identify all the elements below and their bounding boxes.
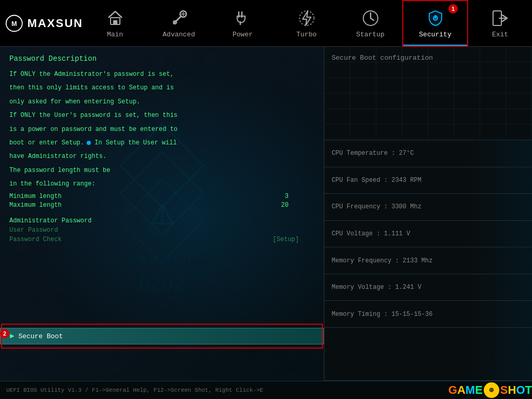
admin-password-item[interactable]: Administrator Password xyxy=(9,217,315,224)
secure-boot-arrow-icon: ► xyxy=(10,332,14,340)
exit-icon xyxy=(490,8,511,29)
nav-item-main[interactable]: Main xyxy=(83,0,147,47)
password-description: If ONLY the Administrator's password is … xyxy=(9,69,315,190)
min-length-label: Minimum length xyxy=(9,193,62,200)
nav-label-exit: Exit xyxy=(492,31,508,38)
info-row-cpu-fan: CPU Fan Speed : 2343 RPM xyxy=(324,167,532,194)
info-row-cpu-volt: CPU Voltage : 1.111 V xyxy=(324,221,532,248)
svg-text:CAUTION: CAUTION xyxy=(130,254,193,264)
user-password-label: User Password xyxy=(9,227,58,234)
header: M MAXSUN Main xyxy=(0,0,532,47)
secure-boot-row[interactable]: ► Secure Boot xyxy=(0,328,324,344)
nav-label-turbo: Turbo xyxy=(296,31,317,38)
lightning-icon xyxy=(296,8,317,29)
nav-label-main: Main xyxy=(107,31,123,38)
setup-value: [Setup] xyxy=(273,236,299,243)
power-plug-icon xyxy=(233,8,253,29)
max-length-label: Maximum length xyxy=(9,202,62,209)
password-check-label: Password Check xyxy=(9,236,62,243)
nav-item-security[interactable]: 1 Security xyxy=(402,0,468,47)
cpu-volt-label: CPU Voltage : 1.111 V xyxy=(332,230,410,237)
info-row-cpu-temp: CPU Temperature : 27°C xyxy=(324,140,532,167)
nav-label-power: Power xyxy=(233,31,253,38)
nav-item-exit[interactable]: Exit xyxy=(468,0,532,47)
info-row-empty xyxy=(324,328,532,381)
right-panel: Secure Boot configuration CPU Temperatur… xyxy=(324,47,532,381)
wrench-icon xyxy=(169,8,189,29)
security-badge: 1 xyxy=(448,4,458,14)
nav-item-power[interactable]: Power xyxy=(211,0,275,47)
info-row-mem-freq: Memory Frequency : 2133 Mhz xyxy=(324,247,532,274)
mem-freq-label: Memory Frequency : 2133 Mhz xyxy=(332,257,432,264)
nav-item-startup[interactable]: Startup xyxy=(338,0,402,47)
nav-item-advanced[interactable]: Advanced xyxy=(147,0,211,47)
svg-marker-7 xyxy=(303,11,311,25)
status-text: UEFI BIOS Utility V1.3 / F1->General Hel… xyxy=(6,387,263,393)
home-icon xyxy=(105,8,126,29)
password-check-item[interactable]: Password Check [Setup] xyxy=(9,236,315,243)
mem-timing-label: Memory Timing : 15-15-15-36 xyxy=(332,311,432,318)
logo-area: M MAXSUN xyxy=(0,0,83,47)
indicator-dot xyxy=(87,141,91,145)
status-bar: UEFI BIOS Utility V1.3 / F1->General Hel… xyxy=(0,381,532,399)
logo-text: MAXSUN xyxy=(28,17,83,30)
info-row-mem-timing: Memory Timing : 15-15-15-36 xyxy=(324,301,532,328)
cpu-fan-label: CPU Fan Speed : 2343 RPM xyxy=(332,177,421,184)
left-panel: ⚠ CAUTION 0202 Password Description If O… xyxy=(0,47,324,381)
min-length-row: Minimum length 3 xyxy=(9,193,315,200)
svg-rect-3 xyxy=(113,20,117,24)
svg-text:M: M xyxy=(11,19,17,27)
info-row-mem-volt: Memory Voltage : 1.241 V xyxy=(324,274,532,301)
system-info: CPU Temperature : 27°C CPU Fan Speed : 2… xyxy=(324,140,532,381)
secure-boot-config-text: Secure Boot configuration xyxy=(332,54,433,62)
nav-label-startup: Startup xyxy=(356,31,385,38)
main-content: ⚠ CAUTION 0202 Password Description If O… xyxy=(0,47,532,381)
secure-boot-label: Secure Boot xyxy=(18,332,63,340)
maxsun-logo-icon: M xyxy=(5,14,23,33)
nav-bar: Main Advanced P xyxy=(83,0,532,47)
nav-label-security: Security xyxy=(419,31,451,38)
nav-label-advanced: Advanced xyxy=(162,31,195,38)
watermark: G A M E ⊕ S H O T xyxy=(448,381,532,399)
watermark-icon: ⊕ xyxy=(484,382,499,398)
svg-rect-12 xyxy=(434,15,436,18)
badge-2: 2 xyxy=(0,329,9,338)
admin-password-label: Administrator Password xyxy=(9,217,91,224)
left-content: Password Description If ONLY the Adminis… xyxy=(0,47,324,253)
cpu-temp-label: CPU Temperature : 27°C xyxy=(332,150,414,157)
mem-volt-label: Memory Voltage : 1.241 V xyxy=(332,284,421,291)
nav-item-turbo[interactable]: Turbo xyxy=(275,0,338,47)
password-section: Administrator Password User Password Pas… xyxy=(9,217,315,243)
startup-icon xyxy=(360,8,381,29)
svg-text:0202: 0202 xyxy=(139,271,185,294)
section-title: Password Description xyxy=(9,55,315,63)
secure-boot-config-area: Secure Boot configuration xyxy=(324,47,532,140)
min-length-value: 3 xyxy=(285,193,289,200)
info-row-cpu-freq: CPU Frequency : 3300 Mhz xyxy=(324,194,532,221)
security-icon xyxy=(425,8,446,29)
max-length-row: Maximum length 20 xyxy=(9,202,315,209)
cpu-freq-label: CPU Frequency : 3300 Mhz xyxy=(332,203,421,210)
max-length-value: 20 xyxy=(281,202,289,209)
user-password-item[interactable]: User Password xyxy=(9,227,315,234)
